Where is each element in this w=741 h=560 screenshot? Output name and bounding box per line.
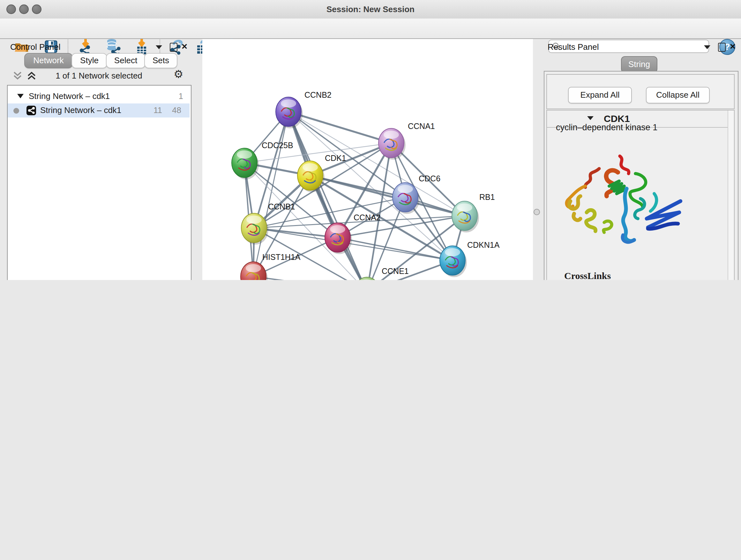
network-node-RB1[interactable]: RB1 bbox=[452, 192, 495, 233]
network-node-CCNE1[interactable]: CCNE1 bbox=[354, 266, 409, 280]
node-label-CCNB1: CCNB1 bbox=[268, 202, 295, 211]
string-network-icon bbox=[26, 105, 37, 116]
toolbar-separator bbox=[68, 40, 68, 54]
ribbon-stroke bbox=[650, 193, 657, 211]
node-label-RB1: RB1 bbox=[479, 192, 495, 201]
network-selection-status: 1 of 1 Network selected bbox=[45, 71, 153, 80]
right-splitter-handle[interactable] bbox=[534, 209, 540, 215]
main-toolbar: ? bbox=[0, 18, 741, 39]
node-label-CCNB2: CCNB2 bbox=[305, 90, 332, 99]
results-panel-close-icon[interactable]: ✕ bbox=[730, 42, 736, 51]
control-panel-menu-icon[interactable] bbox=[156, 45, 162, 49]
results-panel-menu-icon[interactable] bbox=[704, 45, 711, 49]
network-edge-CCNA2-CDKN1A[interactable] bbox=[338, 238, 453, 260]
network-tree: String Network – cdk1 1 String Network –… bbox=[7, 85, 192, 280]
gene-collapse-icon[interactable] bbox=[587, 116, 594, 120]
tab-sets[interactable]: Sets bbox=[144, 53, 178, 68]
protein-structure-image bbox=[560, 145, 685, 255]
node-label-CDC6: CDC6 bbox=[419, 174, 441, 183]
network-node-HIST1H1A[interactable]: HIST1H1A bbox=[241, 253, 300, 280]
import-network-from-database-icon[interactable] bbox=[105, 38, 122, 55]
tab-style[interactable]: Style bbox=[71, 53, 107, 68]
control-panel-float-icon[interactable] bbox=[170, 43, 178, 52]
node-label-CCNA2: CCNA2 bbox=[354, 213, 381, 222]
network-node-CCNA2[interactable]: CCNA2 bbox=[325, 213, 381, 254]
node-label-CDK1: CDK1 bbox=[325, 153, 346, 163]
tab-select[interactable]: Select bbox=[106, 53, 145, 68]
network-edge-CCNB2-CCNA1[interactable] bbox=[288, 112, 391, 143]
ribbon-stroke bbox=[569, 196, 581, 220]
node-label-HIST1H1A: HIST1H1A bbox=[262, 253, 300, 261]
expand-all-networks-icon[interactable] bbox=[27, 71, 37, 80]
collapse-all-networks-icon[interactable] bbox=[13, 71, 22, 80]
ribbon-stroke bbox=[585, 169, 599, 187]
network-collection-count: 1 bbox=[171, 89, 183, 104]
ribbon-stroke bbox=[623, 189, 634, 241]
node-label-CCNE1: CCNE1 bbox=[382, 266, 409, 275]
gene-symbol: CDK1 bbox=[604, 113, 630, 124]
import-table-icon[interactable] bbox=[133, 38, 150, 55]
network-node-CCNB1[interactable]: CCNB1 bbox=[241, 202, 295, 245]
network-edge-count: 48 bbox=[166, 104, 181, 118]
network-item-label: String Network – cdk1 bbox=[40, 104, 121, 118]
gene-description: cyclin–dependent kinase 1 bbox=[556, 123, 657, 132]
collapse-all-button[interactable]: Collapse All bbox=[646, 87, 710, 104]
crosslinks-heading: CrossLinks bbox=[564, 271, 611, 280]
network-edge-HIST1H1A-CCNE1[interactable] bbox=[253, 276, 367, 280]
title-bar: Session: New Session bbox=[0, 0, 741, 19]
network-node-count: 11 bbox=[147, 104, 162, 118]
node-label-CCNA1: CCNA1 bbox=[408, 122, 435, 131]
node-label-CDC25B: CDC25B bbox=[262, 141, 293, 150]
control-panel-close-icon[interactable]: ✕ bbox=[181, 42, 188, 51]
network-node-CDKN1A[interactable]: CDKN1A bbox=[440, 240, 500, 277]
window-title: Session: New Session bbox=[0, 4, 741, 14]
network-collection-label: String Network – cdk1 bbox=[29, 89, 110, 104]
network-graph[interactable]: CCNB2CCNA1CDC25BCDK1CDC6RB1CCNB1CCNA2CDK… bbox=[202, 39, 533, 280]
ribbon-stroke bbox=[586, 210, 596, 231]
network-node-CCNA1[interactable]: CCNA1 bbox=[379, 122, 435, 160]
results-scrollbar[interactable] bbox=[728, 111, 734, 280]
application-window: Session: New Session bbox=[0, 0, 741, 280]
ribbon-stroke bbox=[620, 156, 629, 174]
import-network-icon[interactable] bbox=[77, 38, 94, 55]
network-tree-selected-row[interactable]: String Network – cdk1 11 48 bbox=[8, 104, 190, 118]
ribbon-stroke bbox=[603, 221, 612, 233]
tab-string[interactable]: String bbox=[621, 56, 657, 73]
results-panel-float-icon[interactable] bbox=[718, 43, 726, 52]
network-options-gear-icon[interactable]: ⚙ bbox=[174, 68, 184, 81]
results-panel-title: Results Panel bbox=[548, 42, 599, 52]
network-tree-root-row[interactable]: String Network – cdk1 1 bbox=[8, 89, 190, 104]
expand-all-button[interactable]: Expand All bbox=[568, 87, 632, 104]
network-edge-CDK1-RB1[interactable] bbox=[310, 176, 465, 216]
tab-network[interactable]: Network bbox=[24, 53, 73, 68]
node-label-CDKN1A: CDKN1A bbox=[467, 240, 500, 249]
network-status-dot bbox=[13, 108, 19, 114]
tree-expand-icon[interactable] bbox=[17, 94, 23, 98]
control-panel-title: Control Panel bbox=[10, 42, 61, 52]
